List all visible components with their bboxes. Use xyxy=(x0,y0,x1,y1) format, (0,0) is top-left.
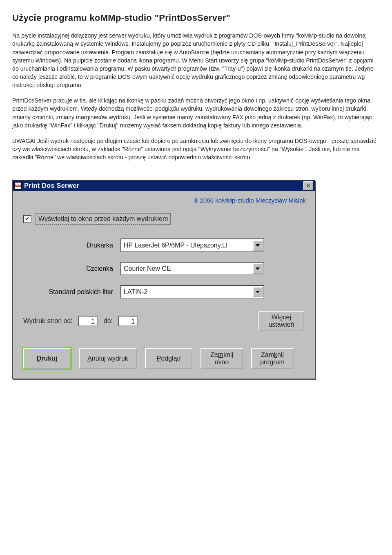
svg-marker-0 xyxy=(256,244,260,247)
intro-paragraph-3: UWAGA! Jeśli wydruk następuje po długim … xyxy=(12,137,380,161)
font-select[interactable]: Courier New CE xyxy=(120,262,264,275)
closeprog-pre: Zam xyxy=(261,351,274,358)
cancel-u: A xyxy=(87,355,92,362)
intro-paragraph-2: PrintDosServer pracuje w tle, ale klikaj… xyxy=(12,96,380,129)
titlebar: MM Print Dos Serwer ✕ xyxy=(13,181,315,191)
chevron-down-icon[interactable] xyxy=(253,263,263,274)
font-label: Czcionka xyxy=(23,264,120,274)
more-settings-pre: Wi xyxy=(272,314,279,321)
show-before-print-label: Wyświetlaj to okno przed każdym wydrukie… xyxy=(36,213,171,225)
preview-u: P xyxy=(157,355,161,362)
printer-value: HP LaserJet 6P/6MP - Ulepszony,LI xyxy=(124,241,227,250)
print-u: D xyxy=(37,355,42,362)
print-dos-server-dialog: MM Print Dos Serwer ✕ ® 2006 koMMp-studi… xyxy=(12,180,315,379)
more-settings-button[interactable]: Więcej ustawień xyxy=(258,311,304,331)
closewin-u: m xyxy=(218,351,223,358)
page-from-input[interactable]: 1 xyxy=(78,316,98,326)
pages-to-label: do: xyxy=(104,317,113,326)
chevron-down-icon[interactable] xyxy=(253,240,263,251)
closewin-pre: Za xyxy=(210,351,218,358)
charset-value: LATIN-2 xyxy=(124,288,147,297)
printer-select[interactable]: HP LaserJet 6P/6MP - Ulepszony,LI xyxy=(120,238,264,252)
checkmark-icon: ✔ xyxy=(25,216,29,223)
charset-label: Standard polskich liter xyxy=(23,288,120,297)
pages-from-label: Wydruk stron od: xyxy=(23,317,73,326)
preview-rest: odgląd xyxy=(161,355,180,362)
close-program-button[interactable]: Zamknij program xyxy=(251,348,294,369)
chevron-down-icon[interactable] xyxy=(253,287,263,297)
more-settings-u: ę xyxy=(279,314,283,321)
close-icon[interactable]: ✕ xyxy=(303,181,313,190)
cancel-rest: nuluj wydruk xyxy=(92,355,128,362)
font-value: Courier New CE xyxy=(124,264,171,274)
closeprog-u: k xyxy=(274,351,277,358)
close-window-button[interactable]: Zamknij okno xyxy=(200,348,243,369)
charset-select[interactable]: LATIN-2 xyxy=(120,285,264,299)
svg-marker-1 xyxy=(256,267,260,270)
svg-marker-2 xyxy=(256,291,260,293)
app-icon: MM xyxy=(14,182,22,189)
print-button[interactable]: Drukuj xyxy=(23,348,71,369)
credits-label: ® 2006 koMMp-studio Mieczysław Misiak xyxy=(13,191,315,205)
window-title: Print Dos Serwer xyxy=(24,181,79,191)
page-title: Użycie programu koMMp-studio "PrintDosSe… xyxy=(12,11,380,24)
cancel-print-button[interactable]: Anuluj wydruk xyxy=(79,348,137,369)
page-to-input[interactable]: 1 xyxy=(118,316,138,326)
intro-paragraph-1: Na płycie instalacyjnej dołączony jest s… xyxy=(12,31,380,89)
print-rest: rukuj xyxy=(41,355,57,362)
preview-button[interactable]: Podgląd xyxy=(145,348,192,369)
printer-label: Drukarka xyxy=(23,241,120,250)
show-before-print-checkbox[interactable]: ✔ xyxy=(23,215,31,223)
